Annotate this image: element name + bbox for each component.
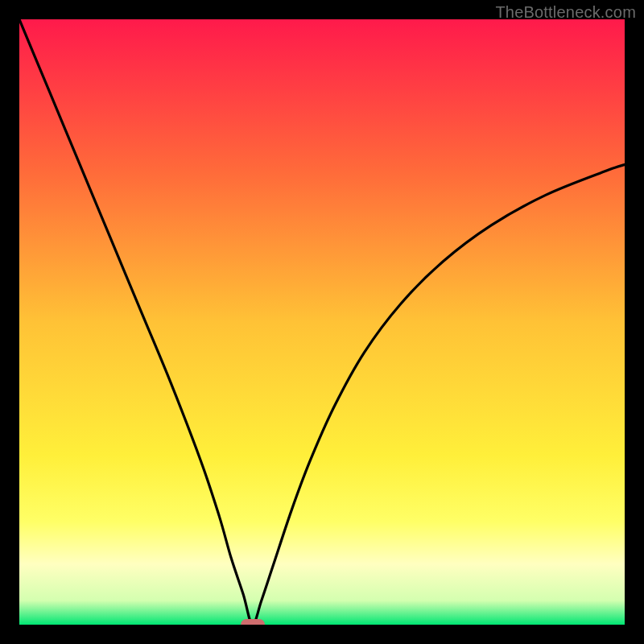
bottleneck-curve [19,19,625,625]
plot-area [19,19,625,625]
chart-frame: TheBottleneck.com [0,0,644,644]
watermark-text: TheBottleneck.com [495,3,636,22]
optimum-marker [241,619,265,625]
